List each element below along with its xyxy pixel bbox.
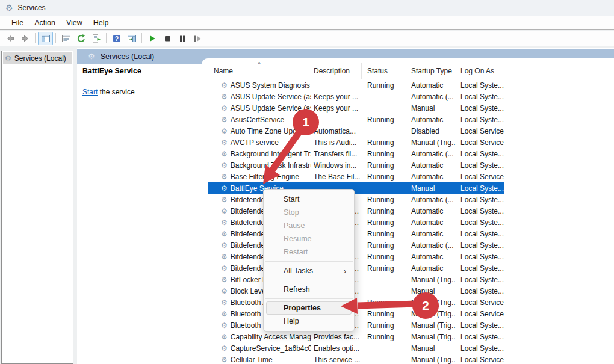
table-row[interactable]: ⚙BattlEye ServiceManualLocal Syste...: [208, 182, 504, 194]
table-row[interactable]: ⚙Bluetooth Sup...RunningManual (Trig...L…: [208, 308, 504, 319]
table-row[interactable]: ⚙CaptureService_1a6b4c0Enables opti...Ma…: [208, 342, 504, 354]
cell-name: ⚙Cellular Time: [208, 354, 311, 364]
context-menu-item-help[interactable]: Help: [264, 315, 354, 328]
svg-text:?: ?: [114, 35, 118, 42]
table-row[interactable]: ⚙Background Task Infrastruc...Windows in…: [208, 159, 504, 171]
back-button[interactable]: [2, 32, 17, 45]
table-row[interactable]: ⚙ASUS Update Service (asus)Keeps your ..…: [208, 91, 504, 102]
cell-status: Running: [362, 171, 406, 182]
restart-service-icon: [193, 34, 202, 43]
service-gear-icon: ⚙: [221, 162, 228, 169]
cell-startup-type: Manual: [406, 182, 456, 194]
menu-file[interactable]: File: [6, 17, 29, 29]
sidebar-item-services-local[interactable]: ⚙ Services (Local): [3, 52, 72, 64]
service-gear-icon: ⚙: [221, 356, 228, 363]
cell-description: Transfers fil...: [311, 148, 362, 159]
service-gear-icon: ⚙: [221, 299, 228, 306]
services-table: ⚙ASUS System DiagnosisRunningAutomaticLo…: [208, 79, 504, 364]
cell-startup-type: Manual (Trig...: [406, 274, 456, 285]
table-row[interactable]: ⚙Capability Access Manager ...Provides f…: [208, 331, 504, 342]
show-console-tree-button[interactable]: [38, 32, 53, 45]
properties-button[interactable]: [58, 32, 73, 45]
service-gear-icon: ⚙: [221, 310, 228, 318]
cell-startup-type: Automatic: [406, 217, 456, 228]
pause-service-button[interactable]: [175, 32, 190, 45]
cell-status: Running: [362, 137, 406, 148]
menu-separator: [265, 280, 353, 280]
service-gear-icon: ⚙: [221, 139, 228, 146]
properties-icon: [61, 34, 71, 43]
menu-help[interactable]: Help: [88, 17, 114, 29]
cell-startup-type: Automatic: [406, 228, 456, 239]
cell-status: Running: [362, 79, 406, 91]
table-row[interactable]: ⚙Base Filtering EngineThe Base Fil...Run…: [208, 171, 504, 182]
table-row[interactable]: ⚙Cellular TimeThis service ...Manual (Tr…: [208, 354, 504, 364]
service-gear-icon: ⚙: [221, 82, 228, 89]
table-row[interactable]: ⚙Bluetooth Use...RunningManual (Trig...L…: [208, 319, 504, 331]
step-2-badge: 2: [412, 292, 439, 319]
column-header-startup-type[interactable]: Startup Type: [406, 63, 456, 79]
service-action-text: Start the service: [82, 88, 135, 96]
context-menu-item-resume: Resume: [264, 232, 354, 245]
menu-view[interactable]: View: [61, 17, 88, 29]
context-menu-item-all-tasks[interactable]: All Tasks›: [264, 264, 354, 277]
start-service-button[interactable]: [144, 32, 160, 45]
start-service-link[interactable]: Start: [82, 88, 98, 96]
stop-service-button[interactable]: [160, 32, 175, 45]
table-row[interactable]: ⚙ASUS System DiagnosisRunningAutomaticLo…: [208, 79, 504, 91]
show-action-pane-button[interactable]: [124, 32, 139, 45]
table-row[interactable]: ⚙ASUS Update Service (asusm)Keeps your .…: [208, 102, 504, 114]
cell-description: Keeps your ...: [311, 102, 362, 114]
cell-status: Running: [362, 239, 406, 251]
context-menu-item-pause: Pause: [264, 219, 354, 232]
forward-button[interactable]: [17, 32, 33, 45]
table-row[interactable]: ⚙Bitdefender PRunningAutomaticLocal Syst…: [208, 228, 504, 239]
help-button[interactable]: ?: [109, 32, 124, 45]
table-row[interactable]: ⚙Bitdefender A...RunningAutomaticLocal S…: [208, 205, 504, 217]
cell-log-on-as: Local Syste...: [456, 239, 504, 251]
column-header-description[interactable]: Description: [311, 63, 362, 79]
table-row[interactable]: ⚙Bitdefender D...RunningAutomaticLocal S…: [208, 217, 504, 228]
cell-status: Running: [362, 319, 406, 331]
cell-log-on-as: Local Syste...: [456, 285, 504, 297]
service-gear-icon: ⚙: [221, 276, 228, 283]
table-row[interactable]: ⚙AVCTP serviceThis is Audi...RunningManu…: [208, 137, 504, 148]
cell-status: [362, 125, 406, 137]
column-header-log-on-as[interactable]: Log On As: [456, 63, 504, 79]
cell-log-on-as: Local Syste...: [456, 194, 504, 205]
table-row[interactable]: ⚙Bitdefender RRunningAutomatic (...Local…: [208, 239, 504, 251]
restart-service-button[interactable]: [190, 32, 205, 45]
table-row[interactable]: ⚙BitLocker Drivi...Manual (Trig...Local …: [208, 274, 504, 285]
cell-log-on-as: Local Syste...: [456, 262, 504, 274]
menu-action[interactable]: Action: [29, 17, 61, 29]
cell-status: [362, 285, 406, 297]
service-gear-icon: ⚙: [221, 265, 228, 272]
table-row[interactable]: ⚙Bitdefender V...RunningAutomaticLocal S…: [208, 262, 504, 274]
table-row[interactable]: ⚙Bitdefender V...RunningAutomaticLocal S…: [208, 251, 504, 262]
cell-startup-type: Automatic: [406, 205, 456, 217]
cell-log-on-as: Local Syste...: [456, 159, 504, 171]
cell-log-on-as: Local Service: [456, 125, 504, 137]
table-row[interactable]: ⚙Block Level Ba...ManualLocal Syste...: [208, 285, 504, 297]
service-gear-icon: ⚙: [221, 128, 228, 135]
column-header-name[interactable]: Name^: [208, 63, 311, 79]
refresh-button[interactable]: [73, 32, 88, 45]
cell-name: ⚙ASUS System Diagnosis: [208, 79, 311, 91]
context-menu-item-refresh[interactable]: Refresh: [264, 283, 354, 296]
cell-log-on-as: Local Syste...: [456, 342, 504, 354]
services-app-icon: ⚙: [5, 4, 13, 12]
table-row[interactable]: ⚙Bitdefender ARunningAutomatic (...Local…: [208, 194, 504, 205]
cell-status: [362, 274, 406, 285]
table-row[interactable]: ⚙Background Intelligent Tran...Transfers…: [208, 148, 504, 159]
cell-startup-type: Manual (Trig...: [406, 319, 456, 331]
context-menu-item-start[interactable]: Start: [264, 193, 354, 206]
table-row[interactable]: ⚙Bluetooth AuRunningManual (Trig...Local…: [208, 297, 504, 308]
cell-name: ⚙Base Filtering Engine: [208, 171, 311, 182]
cell-status: [362, 354, 406, 364]
table-row[interactable]: ⚙AsusCertServiceRunningAutomaticLocal Sy…: [208, 114, 504, 125]
help-icon: ?: [112, 34, 122, 43]
table-row[interactable]: ⚙Auto Time Zone UpdaterAutomatica...Disa…: [208, 125, 504, 137]
export-list-button[interactable]: [88, 32, 104, 45]
column-header-status[interactable]: Status: [362, 63, 406, 79]
context-menu-item-properties[interactable]: Properties: [266, 301, 352, 315]
